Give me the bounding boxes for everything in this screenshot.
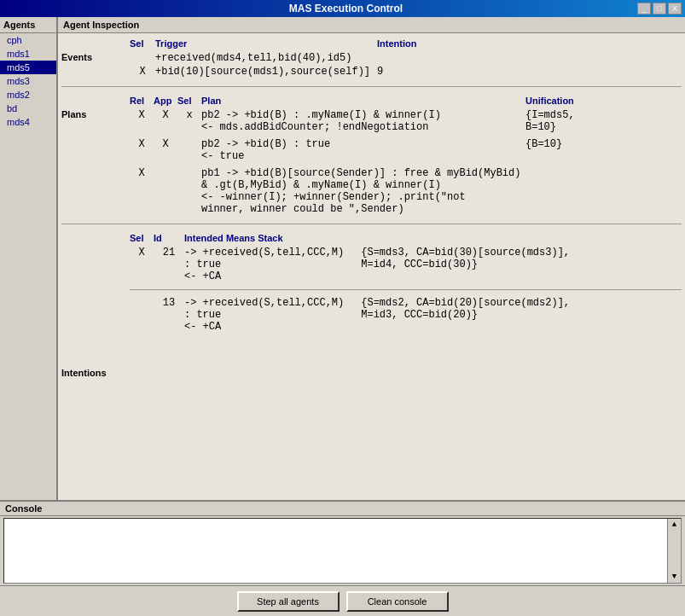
int-divider [130,289,682,290]
inspection-content[interactable]: Events Sel Trigger Intention +received(m… [58,33,685,500]
sidebar-item-mds5[interactable]: mds5 [0,61,56,74]
sidebar-item-mds4[interactable]: mds4 [0,115,56,129]
sidebar-item-bd[interactable]: bd [0,102,56,115]
sidebar-item-cph[interactable]: cph [0,33,56,47]
bottom-bar: Step all agents Clean console [0,585,685,616]
events-label: Events [61,52,92,62]
plan-1-app: X [154,109,177,121]
int-col-stack: Intended Means Stack [184,233,283,243]
agents-header: Agents [0,17,56,33]
plan-1-unif: {I=mds5, B=10} [525,109,575,133]
events-headers: Sel Trigger Intention [130,38,682,49]
plans-col-sel: Sel [177,96,201,106]
int-1-id: 21 [154,247,184,259]
step-all-agents-button[interactable]: Step all agents [237,591,340,612]
events-col-sel: Sel [130,38,155,49]
plans-col-plan: Plan [201,96,525,106]
window-title: MAS Execution Control [55,3,637,15]
plan-2-rel: X [130,138,154,150]
clean-console-button[interactable]: Clean console [346,591,449,612]
plan-1-rel: X [130,109,154,121]
event-row-1: +received(mds4,tell,bid(40),id5) [130,52,682,64]
int-col-sel: Sel [130,233,154,243]
window-controls[interactable]: _ □ X [637,3,682,15]
intentions-headers: Sel Id Intended Means Stack [130,233,682,243]
plan-3-rel: X [130,167,154,179]
agents-sidebar: Agents cph mds1 mds5 mds3 mds2 bd mds4 [0,17,58,500]
console-scroll-up[interactable]: ▲ [672,520,676,529]
title-bar: MAS Execution Control _ □ X [0,0,685,17]
event-2-trigger: +bid(10)[source(mds1),source(self)] [155,66,377,78]
intention-row-1: X 21 -> +received(S,tell,CCC,M) : true <… [130,247,682,282]
intention-row-2: 13 -> +received(S,tell,CCC,M) : true <- … [130,297,682,333]
intentions-content: Sel Id Intended Means Stack X 21 -> +rec… [130,233,682,333]
plan-row-1: X X x pb2 -> +bid(B) : .myName(I) & winn… [130,109,682,133]
console-scroll-down[interactable]: ▼ [672,572,676,581]
event-row-2: X +bid(10)[source(mds1),source(self)] 9 [130,66,682,78]
plan-1-sel: x [177,109,201,121]
plans-section: Plans Rel App Sel Plan Unification X X x [61,94,682,215]
plans-content: Rel App Sel Plan Unification X X x pb2 -… [130,96,682,215]
plans-col-rel: Rel [130,96,154,106]
sidebar-item-mds1[interactable]: mds1 [0,47,56,61]
events-divider [61,86,682,87]
inspection-panel: Agent Inspection Events Sel Trigger Inte… [58,17,685,500]
plans-label: Plans [61,109,86,119]
console-area: Console ▲ ▼ [0,500,685,585]
console-header: Console [0,502,685,516]
int-1-sel: X [130,247,154,259]
events-section: Events Sel Trigger Intention +received(m… [61,37,682,78]
int-1-stack: -> +received(S,tell,CCC,M) : true <- +CA [184,247,344,282]
plan-row-3: X pb1 -> +bid(B)[source(Sender)] : free … [130,167,682,215]
sidebar-item-mds2[interactable]: mds2 [0,88,56,102]
plans-col-app: App [154,96,177,106]
plans-divider [61,224,682,224]
console-content[interactable]: ▲ ▼ [3,518,682,584]
plan-2-plan: pb2 -> +bid(B) : true <- true [201,138,525,162]
int-2-unif: {S=mds2, CA=bid(20)[source(mds2)], M=id3… [361,297,570,321]
inspection-header: Agent Inspection [58,17,685,33]
plan-row-2: X X pb2 -> +bid(B) : true <- true {B=10} [130,138,682,162]
intentions-section: Intentions Sel Id Intended Means Stack X… [61,231,682,333]
event-1-trigger: +received(mds4,tell,bid(40),id5) [155,52,377,64]
minimize-button[interactable]: _ [637,3,651,15]
plan-3-plan: pb1 -> +bid(B)[source(Sender)] : free & … [201,167,525,215]
plan-2-app: X [154,138,177,150]
plans-headers: Rel App Sel Plan Unification [130,96,682,106]
main-area: Agents cph mds1 mds5 mds3 mds2 bd mds4 A… [0,17,685,500]
event-2-intention: 9 [377,66,383,78]
close-button[interactable]: X [668,3,682,15]
events-col-intention: Intention [377,38,416,49]
int-col-id: Id [154,233,184,243]
sidebar-item-mds3[interactable]: mds3 [0,74,56,88]
events-content: Sel Trigger Intention +received(mds4,tel… [130,38,682,78]
int-1-unif: {S=mds3, CA=bid(30)[source(mds3)], M=id4… [361,247,570,270]
int-2-stack: -> +received(S,tell,CCC,M) : true <- +CA [184,297,344,333]
events-col-trigger: Trigger [155,38,377,49]
plan-1-plan: pb2 -> +bid(B) : .myName(I) & winner(I) … [201,109,525,133]
event-2-sel: X [130,66,155,78]
plans-col-unif: Unification [525,96,574,106]
maximize-button[interactable]: □ [653,3,666,15]
plan-2-unif: {B=10} [525,138,562,150]
intentions-label: Intentions [61,368,107,378]
int-2-id: 13 [154,297,184,309]
